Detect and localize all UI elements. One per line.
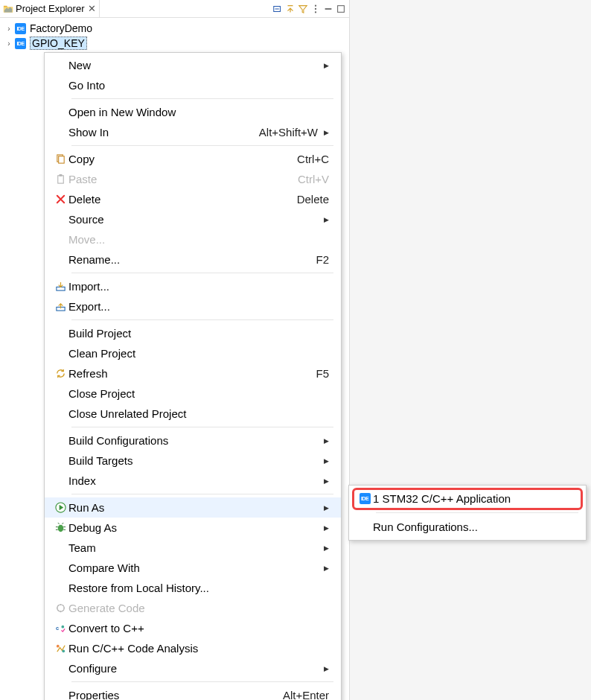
menu-item-run-configurations[interactable]: Run Configurations... (349, 516, 586, 538)
menu-shortcut: F2 (316, 253, 329, 266)
menu-item-1-stm32-c-c-application[interactable]: IDE1 STM32 C/C++ Application (349, 488, 586, 509)
menu-item-label: Rename... (68, 253, 120, 266)
svg-point-2 (315, 4, 316, 6)
menu-item-label: Run C/C++ Code Analysis (68, 642, 198, 655)
ide-icon: IDE (357, 493, 373, 504)
svg-point-18 (56, 645, 59, 648)
menu-item-label: Team (68, 541, 96, 554)
svg-rect-9 (57, 176, 63, 183)
svg-rect-10 (59, 174, 62, 176)
debug-icon (52, 522, 68, 533)
folder-nav-icon (3, 4, 13, 14)
menu-shortcut: Alt+Enter (283, 689, 329, 700)
project-tree: › IDE FactoryDemo › IDE GPIO_KEY (0, 18, 349, 51)
panel-title: Project Explorer (16, 3, 84, 14)
filter-icon[interactable] (298, 4, 308, 14)
svg-text:c: c (55, 625, 58, 631)
menu-item-label: New (68, 59, 91, 71)
svg-rect-5 (325, 8, 332, 10)
paste-icon (52, 174, 68, 185)
menu-item-label: Refresh (68, 367, 108, 380)
context-menu: New▶Go IntoOpen in New WindowShow InAlt+… (44, 52, 342, 700)
menu-shortcut: Alt+Shift+W (259, 126, 318, 139)
menu-item-run-c-c-code-analysis[interactable]: Run C/C++ Code Analysis (45, 638, 341, 658)
menu-item-label: Configure (68, 662, 117, 675)
menu-separator (71, 273, 333, 273)
menu-separator (71, 494, 333, 494)
menu-item-copy[interactable]: CopyCtrl+C (45, 149, 341, 169)
svg-rect-8 (58, 156, 64, 163)
tree-item-label: FactoryDemo (30, 22, 92, 34)
minimize-icon[interactable] (323, 4, 333, 14)
menu-separator (71, 681, 333, 682)
submenu-arrow-icon: ▶ (324, 457, 329, 465)
menu-item-import[interactable]: Import... (45, 276, 341, 296)
tree-item[interactable]: › IDE FactoryDemo (0, 21, 349, 36)
view-menu-icon[interactable] (310, 4, 321, 14)
menu-item-restore-from-local-history[interactable]: Restore from Local History... (45, 578, 341, 598)
menu-item-label: Generate Code (68, 602, 145, 614)
menu-item-export[interactable]: Export... (45, 296, 341, 316)
menu-item-clean-project[interactable]: Clean Project (45, 343, 341, 363)
menu-item-label: Close Project (68, 387, 135, 400)
menu-item-label: Go Into (68, 79, 105, 92)
maximize-icon[interactable] (336, 4, 346, 14)
menu-item-close-unrelated-project[interactable]: Close Unrelated Project (45, 404, 341, 424)
menu-item-label: Export... (68, 300, 110, 313)
delete-icon (52, 194, 68, 205)
menu-shortcut: Ctrl+C (297, 153, 329, 165)
menu-item-configure[interactable]: Configure▶ (45, 658, 341, 678)
link-editor-icon[interactable] (285, 4, 296, 14)
copy-icon (52, 153, 68, 165)
svg-point-14 (57, 525, 63, 532)
gen-icon (52, 602, 68, 614)
submenu-arrow-icon: ▶ (324, 504, 329, 512)
menu-item-show-in[interactable]: Show InAlt+Shift+W▶ (45, 122, 341, 142)
menu-item-label: Properties (68, 689, 119, 700)
submenu-arrow-icon: ▶ (324, 544, 329, 552)
menu-item-label: 1 STM32 C/C++ Application (373, 492, 511, 505)
menu-separator (71, 98, 333, 99)
menu-item-label: Source (68, 213, 104, 226)
submenu-arrow-icon: ▶ (324, 477, 329, 485)
svg-point-17 (61, 626, 64, 629)
menu-item-run-as[interactable]: Run As▶ (45, 497, 341, 518)
tree-item[interactable]: › IDE GPIO_KEY (0, 36, 349, 51)
menu-item-close-project[interactable]: Close Project (45, 384, 341, 404)
menu-separator (71, 145, 333, 146)
expand-caret-icon[interactable]: › (4, 39, 13, 48)
menu-item-label: Build Configurations (68, 434, 168, 447)
menu-item-properties[interactable]: PropertiesAlt+Enter (45, 685, 341, 700)
menu-item-compare-with[interactable]: Compare With▶ (45, 558, 341, 578)
menu-item-rename[interactable]: Rename...F2 (45, 249, 341, 270)
menu-item-open-in-new-window[interactable]: Open in New Window (45, 102, 341, 122)
menu-item-build-targets[interactable]: Build Targets▶ (45, 451, 341, 471)
menu-item-convert-to-c[interactable]: cConvert to C++ (45, 618, 341, 638)
menu-item-label: Show In (68, 126, 109, 139)
refresh-icon (52, 368, 68, 379)
svg-point-3 (315, 7, 316, 9)
menu-item-index[interactable]: Index▶ (45, 471, 341, 491)
menu-item-delete[interactable]: DeleteDelete (45, 189, 341, 209)
menu-item-refresh[interactable]: RefreshF5 (45, 363, 341, 384)
menu-item-source[interactable]: Source▶ (45, 209, 341, 229)
menu-shortcut: F5 (316, 367, 329, 380)
menu-item-go-into[interactable]: Go Into (45, 75, 341, 95)
analyze-icon (52, 643, 68, 654)
expand-caret-icon[interactable]: › (4, 25, 13, 33)
menu-item-team[interactable]: Team▶ (45, 538, 341, 558)
menu-separator (71, 427, 333, 427)
menu-item-label: Build Project (68, 327, 131, 340)
menu-item-label: Run Configurations... (373, 521, 478, 533)
menu-item-label: Convert to C++ (68, 622, 144, 634)
menu-item-build-project[interactable]: Build Project (45, 323, 341, 343)
menu-item-label: Index (68, 474, 96, 487)
menu-item-build-configurations[interactable]: Build Configurations▶ (45, 430, 341, 451)
menu-item-new[interactable]: New▶ (45, 55, 341, 75)
menu-item-label: Import... (68, 280, 109, 293)
close-icon[interactable]: ✕ (88, 3, 96, 14)
collapse-all-icon[interactable] (272, 4, 283, 14)
export-icon (52, 301, 68, 312)
menu-item-debug-as[interactable]: Debug As▶ (45, 518, 341, 538)
panel-tab[interactable]: Project Explorer ✕ (0, 0, 100, 17)
